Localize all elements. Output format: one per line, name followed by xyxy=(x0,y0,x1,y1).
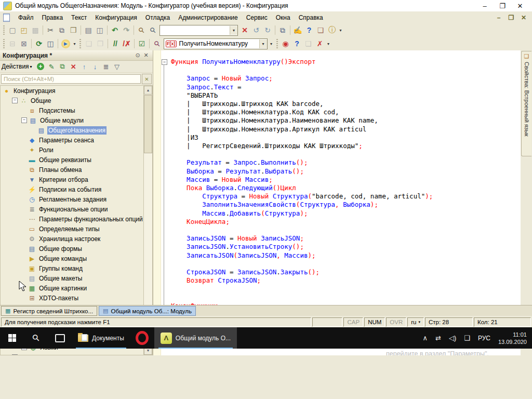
actions-sort-icon[interactable]: ≣ xyxy=(101,62,112,71)
redo-icon[interactable]: ↷ xyxy=(121,25,132,35)
windows-list-icon[interactable]: ⧉ xyxy=(277,25,288,35)
template-save-icon[interactable]: ❏ xyxy=(83,38,95,49)
info-icon[interactable]: ⓘ xyxy=(326,25,338,35)
save-icon[interactable]: ▩ xyxy=(30,25,41,35)
restore-button[interactable]: ❐ xyxy=(494,2,511,10)
tree-item[interactable]: ⚡Подписки на события xyxy=(1,184,144,194)
procedure-dropdown-icon[interactable]: ▾ xyxy=(259,39,267,48)
tree-item[interactable]: −▤Общие модули xyxy=(1,115,144,125)
tree-item[interactable]: ⊞XDTO-пакеты xyxy=(1,293,144,303)
menu-item-6[interactable]: Сервис xyxy=(242,13,272,22)
menu-item-1[interactable]: Правка xyxy=(38,13,68,22)
scroll-up-icon[interactable]: ▲ xyxy=(144,86,152,95)
syntax-help-search-icon[interactable]: ? xyxy=(303,25,315,35)
tree-item[interactable]: ▬Общие реквизиты xyxy=(1,155,144,165)
panel-close-icon[interactable]: ✕ xyxy=(142,52,150,59)
mdi-minimize-button[interactable]: – xyxy=(493,14,505,21)
search-next-icon[interactable]: ↻ xyxy=(262,25,273,35)
help-contents-icon[interactable]: ❏ xyxy=(315,25,326,35)
taskbar-search-button[interactable]: ⚲ xyxy=(24,327,48,349)
actions-copy-icon[interactable]: ⧉ xyxy=(57,62,68,71)
update-db-config-icon[interactable]: ⟳ xyxy=(33,38,45,49)
toolbar-overflow-icon[interactable]: ▾ xyxy=(326,42,331,46)
print-icon[interactable]: ▤ xyxy=(83,25,94,35)
cut-icon[interactable]: ✂ xyxy=(45,25,56,35)
tree-item[interactable]: ▣Группы команд xyxy=(1,263,144,273)
procedure-combo[interactable]: F[x]ПолучитьНоменклатуру▾ xyxy=(164,38,268,49)
search-prev-icon[interactable]: ↺ xyxy=(250,25,262,35)
task-view-button[interactable] xyxy=(48,327,72,349)
actions-movedown-icon[interactable]: ↓ xyxy=(90,62,101,71)
add-comment-icon[interactable]: // xyxy=(110,38,121,49)
menu-item-4[interactable]: Отладка xyxy=(141,13,174,22)
search-dropdown-icon[interactable]: ▾ xyxy=(230,26,237,35)
tree-item[interactable]: ⧈Подсистемы xyxy=(1,105,144,115)
new-document-icon[interactable]: ▢ xyxy=(7,25,18,35)
taskbar-clock[interactable]: 11:01 13.09.2020 xyxy=(498,331,527,345)
properties-tab[interactable]: ❏ Свойства: Встроенный язык xyxy=(521,51,531,156)
bookmark-clear-icon[interactable]: ✗ xyxy=(314,38,326,49)
tree-item[interactable]: ✦Роли xyxy=(1,145,144,155)
quick-search-input[interactable] xyxy=(160,26,230,34)
input-language-indicator[interactable]: РУС xyxy=(478,335,490,342)
volume-icon[interactable]: ◁) xyxy=(449,334,456,342)
menu-item-3[interactable]: Конфигурация xyxy=(91,13,141,22)
bookmark-next-icon[interactable]: ? xyxy=(291,38,303,49)
tree-search-input[interactable] xyxy=(1,74,141,84)
tree-item[interactable]: ▭Определяемые типы xyxy=(1,224,144,234)
tree-item[interactable]: ⋯Параметры функциональных опций xyxy=(1,214,144,224)
plus-expander-icon[interactable]: + xyxy=(12,354,18,355)
tray-expand-icon[interactable]: ∧ xyxy=(423,334,428,342)
actions-menu[interactable]: Действия xyxy=(2,63,29,70)
search-icon[interactable]: ⚲ xyxy=(145,22,161,38)
actions-moveup-icon[interactable]: ↑ xyxy=(79,62,90,71)
tree-item[interactable]: ▤Общие макеты xyxy=(1,273,144,283)
db-table-icon[interactable]: ◫ xyxy=(45,38,56,49)
taskbar-documents-button[interactable]: Документы xyxy=(72,327,130,349)
actions-filter-icon[interactable]: ▽ xyxy=(112,62,123,71)
start-button[interactable] xyxy=(0,327,24,349)
taskbar-opera-button[interactable] xyxy=(130,327,154,349)
actions-dropdown-icon[interactable]: ▾ xyxy=(30,64,32,69)
bookmark-toggle-icon[interactable]: ◉ xyxy=(280,38,291,49)
tree-item[interactable]: ◆Параметры сеанса xyxy=(1,135,144,145)
menu-item-8[interactable]: Справка xyxy=(295,13,327,22)
menu-item-2[interactable]: Текст xyxy=(67,13,91,22)
tree-item[interactable]: ▤Общие формы xyxy=(1,244,144,254)
mdi-close-button[interactable]: ✕ xyxy=(517,14,530,21)
syntax-assistant-icon[interactable]: ✍ xyxy=(292,25,303,35)
window-tab[interactable]: ▦Регистр сведений Штрихко... xyxy=(1,306,97,316)
num-lock-indicator[interactable]: NUM xyxy=(364,317,385,327)
open-icon[interactable]: ◰ xyxy=(18,25,30,35)
undo-icon[interactable]: ↶ xyxy=(109,25,121,35)
clear-tree-search-icon[interactable]: ✕ xyxy=(142,74,152,84)
menu-item-7[interactable]: Окна xyxy=(272,13,295,22)
overwrite-indicator[interactable]: OVR xyxy=(386,317,406,327)
minus-expander-icon[interactable]: − xyxy=(21,117,27,123)
actions-edit-icon[interactable]: ✎ xyxy=(46,62,57,71)
panel-pin-icon[interactable]: ⊙ xyxy=(134,52,142,59)
tree-item[interactable]: ▦Общие картинки xyxy=(1,283,144,293)
procedures-functions-icon[interactable]: ⚲ xyxy=(149,36,165,51)
copy-icon[interactable]: ⧉ xyxy=(56,25,68,35)
action-center-icon[interactable]: ❑ xyxy=(464,334,470,342)
tree-item[interactable]: ⚙Хранилища настроек xyxy=(1,234,144,244)
menu-item-5[interactable]: Администрирование xyxy=(174,13,242,22)
mdi-restore-button[interactable]: ❐ xyxy=(505,14,517,21)
tree-item[interactable]: ▤ОбщегоНазначения xyxy=(1,125,144,135)
keyboard-language-selector[interactable]: ru▾ xyxy=(407,317,424,327)
menu-item-0[interactable]: Файл xyxy=(14,13,38,22)
print-preview-icon[interactable]: ◫ xyxy=(94,25,105,35)
caps-lock-indicator[interactable]: CAP xyxy=(343,317,363,327)
minimize-button[interactable]: – xyxy=(476,2,494,10)
start-debug-icon[interactable]: ▶ xyxy=(61,39,70,48)
window-tab[interactable]: ▤Общий модуль Об...: Модуль xyxy=(99,306,196,316)
tree-item[interactable]: ≣Функциональные опции xyxy=(1,204,144,214)
tree-item[interactable]: ◷Регламентные задания xyxy=(1,194,144,204)
toolbar-overflow-icon[interactable]: ▾ xyxy=(338,28,343,33)
tree-item[interactable]: ▶Общие команды xyxy=(1,254,144,263)
code-text[interactable]: Функция ПолучитьНоменклатуру()Экспорт За… xyxy=(153,50,521,310)
tree-item[interactable]: +▦Константы xyxy=(1,352,144,355)
scrollbar-thumb[interactable] xyxy=(144,95,152,153)
configuration-tree-icon[interactable]: ⊟ xyxy=(7,38,18,49)
